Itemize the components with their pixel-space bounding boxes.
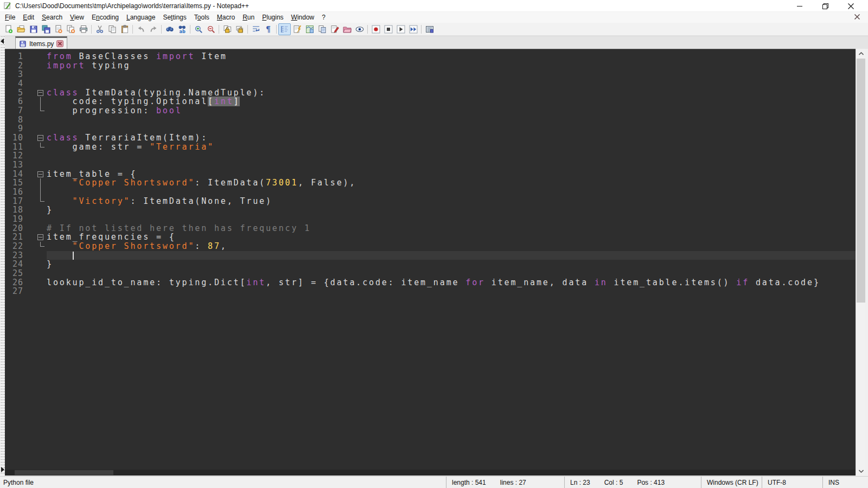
fold-toggle-icon[interactable]	[37, 171, 43, 177]
menu-item-encoding[interactable]: Encoding	[88, 12, 123, 22]
editor-pane[interactable]: 1from BaseClasses import Item2import typ…	[5, 49, 856, 476]
fold-margin	[26, 79, 47, 88]
toolbar-zoom-in-button[interactable]	[192, 23, 205, 35]
code-text: item_table = {	[47, 170, 856, 179]
toolbar-word-wrap-button[interactable]	[250, 23, 262, 35]
code-line: 12	[5, 151, 856, 160]
horizontal-scrollbar[interactable]	[5, 470, 856, 476]
toolbar-open-file-button[interactable]	[15, 23, 27, 35]
menu-item-edit[interactable]: Edit	[19, 12, 38, 22]
toolbar-folder-as-workspace-button[interactable]	[341, 23, 353, 35]
toolbar-document-map-button[interactable]	[303, 23, 316, 35]
toolbar-close-all-button[interactable]	[65, 23, 77, 35]
menu-item-language[interactable]: Language	[123, 12, 159, 22]
toolbar-macro-stop-button[interactable]	[382, 23, 394, 35]
toolbar-new-file-button[interactable]	[2, 23, 15, 35]
expand-right-arrow-icon[interactable]	[1, 467, 4, 472]
vertical-scrollbar-thumb[interactable]	[857, 59, 865, 303]
close-button[interactable]	[838, 0, 864, 12]
collapse-left-arrow-icon[interactable]	[1, 38, 4, 44]
code-text: }	[47, 260, 856, 269]
toolbar-monitoring-button[interactable]	[353, 23, 366, 35]
line-number: 24	[5, 260, 26, 269]
toolbar-macro-play-button[interactable]	[394, 23, 407, 35]
fold-toggle-icon[interactable]	[37, 90, 43, 96]
status-cursor-position: Ln : 23 Col : 5 Pos : 413	[564, 477, 701, 488]
code-line: 5class ItemData(typing.NamedTuple):	[5, 88, 856, 98]
paste-icon	[120, 25, 129, 34]
scroll-down-arrow-icon[interactable]	[856, 466, 866, 476]
toolbar-redo-button[interactable]	[147, 23, 159, 35]
fold-margin	[26, 52, 47, 61]
toolbar-macro-run-multiple-button[interactable]	[407, 23, 419, 35]
fold-toggle-icon[interactable]	[37, 135, 43, 141]
toolbar-document-list-button[interactable]	[316, 23, 328, 35]
status-encoding[interactable]: UTF-8	[762, 477, 822, 488]
menu-item-help[interactable]: ?	[318, 12, 329, 22]
toolbar-show-indent-guide-button[interactable]	[278, 23, 291, 35]
code-line: 2import typing	[5, 61, 856, 70]
toolbar-print-button[interactable]	[77, 23, 90, 35]
line-number: 15	[5, 178, 26, 188]
fold-margin	[26, 269, 47, 278]
show-all-characters-icon: ¶	[264, 25, 273, 34]
code-text: import typing	[47, 61, 856, 70]
menu-item-settings[interactable]: Settings	[159, 12, 190, 22]
vertical-scrollbar[interactable]	[856, 49, 865, 476]
fold-margin	[26, 215, 47, 224]
toolbar-zoom-out-button[interactable]	[205, 23, 217, 35]
toolbar-macro-record-button[interactable]	[369, 23, 382, 35]
menu-item-file[interactable]: File	[1, 12, 19, 22]
menu-item-search[interactable]: Search	[38, 12, 66, 22]
toolbar-find-button[interactable]	[163, 23, 176, 35]
fold-toggle-icon[interactable]	[37, 234, 43, 240]
menu-item-window[interactable]: Window	[288, 12, 318, 22]
menu-item-run[interactable]: Run	[239, 12, 258, 22]
fold-end-line	[40, 197, 44, 202]
toolbar-close-file-button[interactable]	[52, 23, 65, 35]
new-file-icon	[4, 25, 13, 34]
tab-close-icon[interactable]	[56, 40, 63, 47]
fold-margin	[26, 151, 47, 160]
code-text	[47, 269, 856, 278]
toolbar-edit-marker-button[interactable]	[328, 23, 341, 35]
menu-item-tools[interactable]: Tools	[190, 12, 213, 22]
status-eol-format[interactable]: Windows (CR LF)	[701, 477, 762, 488]
toolbar-paste-button[interactable]	[118, 23, 131, 35]
zoom-in-icon	[194, 25, 203, 34]
dock-grip-strip[interactable]	[0, 36, 5, 476]
toolbar-undo-button[interactable]	[135, 23, 147, 35]
code-line: 7 progression: bool	[5, 106, 856, 115]
toolbar-separator	[421, 25, 422, 34]
toolbar-save-file-button[interactable]	[27, 23, 40, 35]
line-number: 7	[5, 106, 26, 115]
toolbar: ab¶	[0, 23, 868, 36]
tab-items-py[interactable]: Items.py	[15, 36, 67, 49]
menu-item-view[interactable]: View	[66, 12, 88, 22]
code-line: 11 game: str = "Terraria"	[5, 143, 856, 152]
code-line: 6 code: typing.Optional[int]	[5, 97, 856, 106]
minimize-button[interactable]	[787, 0, 813, 12]
status-insert-mode[interactable]: INS	[822, 477, 868, 488]
restore-button[interactable]	[813, 0, 838, 12]
code-text	[47, 251, 856, 260]
line-number: 19	[5, 215, 26, 224]
toolbar-show-all-characters-button[interactable]: ¶	[262, 23, 275, 35]
toolbar-save-all-button[interactable]	[40, 23, 52, 35]
code-line: 22 "Copper Shortsword": 87,	[5, 242, 856, 251]
menu-item-macro[interactable]: Macro	[213, 12, 239, 22]
toolbar-macro-save-button[interactable]	[423, 23, 436, 35]
macro-run-multiple-icon	[409, 25, 418, 34]
code-text	[47, 115, 856, 125]
toolbar-function-list-button[interactable]	[291, 23, 303, 35]
toolbar-cut-button[interactable]	[93, 23, 106, 35]
toolbar-sync-vertical-scroll-button[interactable]	[221, 23, 233, 35]
close-document-x-icon[interactable]	[854, 14, 860, 20]
toolbar-copy-button[interactable]	[106, 23, 118, 35]
toolbar-sync-horizontal-scroll-button[interactable]	[233, 23, 246, 35]
scroll-up-arrow-icon[interactable]	[856, 49, 866, 58]
menu-item-plugins[interactable]: Plugins	[258, 12, 287, 22]
line-number: 22	[5, 242, 26, 251]
toolbar-replace-button[interactable]: ab	[176, 23, 188, 35]
horizontal-scrollbar-thumb[interactable]	[15, 470, 113, 475]
